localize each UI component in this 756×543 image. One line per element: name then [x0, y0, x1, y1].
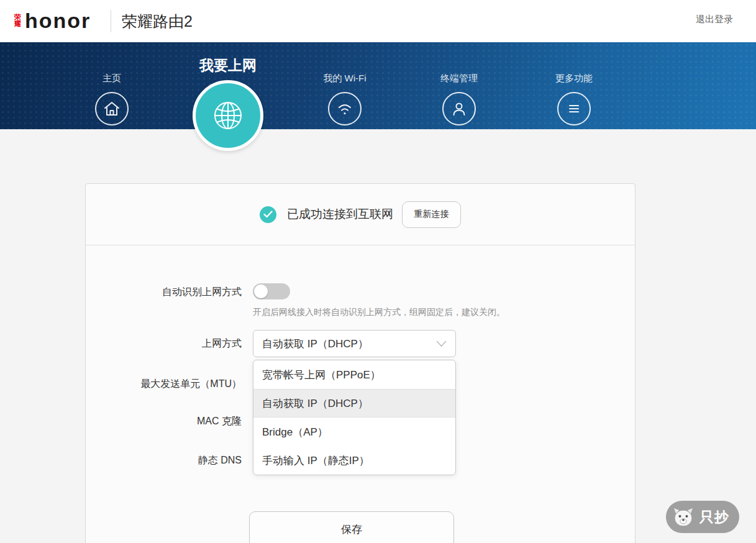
- person-icon: [442, 92, 476, 125]
- connection-type-select[interactable]: 自动获取 IP（DHCP）: [253, 330, 456, 357]
- honor-logo-text: honor: [25, 7, 91, 34]
- dropdown-option-bridge[interactable]: Bridge（AP）: [253, 418, 455, 446]
- nav-item-internet-label: 我要上网: [186, 56, 270, 75]
- top-header: 荣耀 honor 荣耀路由2 退出登录: [0, 0, 756, 42]
- connection-type-label: 上网方式: [86, 337, 242, 350]
- honor-logo-mark: 荣耀: [12, 14, 23, 27]
- auto-detect-toggle[interactable]: [253, 283, 290, 299]
- reconnect-button[interactable]: 重新连接: [402, 201, 461, 228]
- toggle-knob: [254, 285, 268, 298]
- dropdown-option-dhcp[interactable]: 自动获取 IP（DHCP）: [253, 389, 455, 418]
- connection-status-text: 已成功连接到互联网: [287, 206, 393, 222]
- nav-item-more-label: 更多功能: [548, 73, 600, 84]
- nav-item-home-label: 主页: [86, 73, 138, 84]
- nav-item-devices-label: 终端管理: [433, 73, 485, 84]
- nav-item-wifi[interactable]: 我的 Wi-Fi: [319, 73, 371, 125]
- dropdown-option-pppoe[interactable]: 宽带帐号上网（PPPoE）: [253, 360, 455, 389]
- page-title: 荣耀路由2: [122, 10, 193, 32]
- dropdown-option-static[interactable]: 手动输入 IP（静态IP）: [253, 446, 455, 475]
- chevron-down-icon: [436, 340, 447, 347]
- home-icon: [95, 92, 129, 125]
- logout-link[interactable]: 退出登录: [696, 14, 733, 25]
- nav-item-devices[interactable]: 终端管理: [433, 73, 485, 125]
- nav-item-more[interactable]: 更多功能: [548, 73, 600, 125]
- mascot-icon: [671, 504, 696, 529]
- honor-logo[interactable]: 荣耀 honor: [12, 7, 91, 34]
- auto-detect-hint: 开启后网线接入时将自动识别上网方式，组网固定后，建议关闭。: [253, 306, 505, 318]
- nav-item-wifi-label: 我的 Wi-Fi: [319, 73, 371, 84]
- mac-clone-label: MAC 克隆: [86, 414, 242, 428]
- globe-icon: [193, 80, 263, 151]
- watermark-text: 只抄: [699, 508, 729, 527]
- nav-item-internet[interactable]: 我要上网: [186, 56, 270, 151]
- auto-detect-label: 自动识别上网方式: [86, 285, 242, 299]
- internet-settings-card: 已成功连接到互联网 重新连接 自动识别上网方式 开启后网线接入时将自动识别上网方…: [85, 183, 635, 543]
- connection-type-dropdown: 宽带帐号上网（PPPoE） 自动获取 IP（DHCP） Bridge（AP） 手…: [253, 360, 456, 475]
- connection-type-value: 自动获取 IP（DHCP）: [262, 337, 436, 351]
- nav-item-home[interactable]: 主页: [86, 73, 138, 125]
- connection-status-row: 已成功连接到互联网 重新连接: [86, 184, 635, 245]
- header-divider: [111, 10, 111, 32]
- static-dns-label: 静态 DNS: [86, 454, 242, 467]
- save-button[interactable]: 保存: [249, 511, 454, 543]
- success-check-icon: [260, 206, 276, 223]
- watermark-badge: 只抄: [666, 501, 739, 533]
- mtu-label: 最大发送单元（MTU）: [86, 377, 242, 391]
- wifi-icon: [328, 92, 362, 125]
- card-divider: [86, 245, 635, 245]
- main-nav: 主页 我要上网 我的 Wi-Fi: [0, 42, 756, 129]
- menu-icon: [557, 92, 591, 125]
